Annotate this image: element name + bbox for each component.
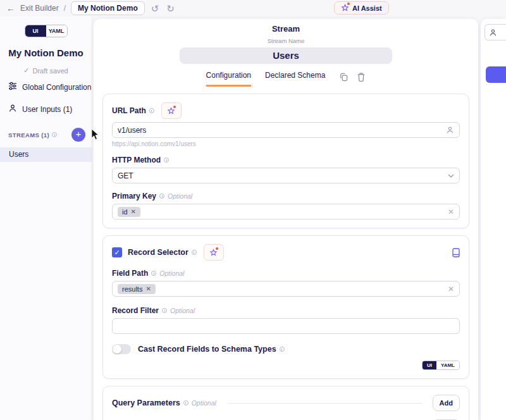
breadcrumb-separator: / xyxy=(64,4,66,13)
project-name-input[interactable]: My Notion Demo xyxy=(71,1,145,15)
optional-note: Optional xyxy=(170,307,195,314)
user-variable-icon[interactable] xyxy=(446,126,454,134)
ai-assist-button[interactable]: AI Assist xyxy=(334,1,389,15)
stream-name-input[interactable]: Users xyxy=(180,47,392,64)
card-ui-yaml-toggle[interactable]: UI YAML xyxy=(422,361,460,370)
requester-card: URL Path v1/users https://api.notion.com… xyxy=(102,94,469,228)
tab-declared-schema[interactable]: Declared Schema xyxy=(265,71,325,87)
tag-chip: results ✕ xyxy=(118,284,156,294)
back-arrow-icon[interactable]: ← xyxy=(6,3,15,13)
primary-key-label-row: Primary Key Optional xyxy=(112,192,460,201)
ui-toggle-option[interactable]: UI xyxy=(423,361,436,369)
undo-icon[interactable]: ↺ xyxy=(150,4,161,13)
add-stream-button[interactable]: + xyxy=(71,128,85,142)
draft-status: ✓ Draft saved xyxy=(0,66,92,75)
streams-header-row: STREAMS (1) + xyxy=(0,128,92,142)
sliders-icon xyxy=(8,82,17,92)
optional-note: Optional xyxy=(192,399,216,407)
stream-config-panel: Stream Stream Name Users Configuration D… xyxy=(94,19,478,420)
http-method-value: GET xyxy=(118,171,448,180)
tag-chip: id ✕ xyxy=(118,207,140,217)
redo-icon[interactable]: ↻ xyxy=(165,4,176,13)
info-icon xyxy=(183,400,188,405)
url-path-value: v1/users xyxy=(118,126,446,135)
testing-values-button[interactable] xyxy=(484,24,506,40)
clear-all-icon[interactable]: ✕ xyxy=(448,207,454,216)
optional-note: Optional xyxy=(168,192,192,200)
record-filter-input[interactable] xyxy=(112,318,460,334)
cast-fields-toggle[interactable] xyxy=(112,344,131,354)
primary-key-tag-input[interactable]: id ✕ ✕ xyxy=(112,204,460,219)
add-query-parameter-button[interactable]: Add xyxy=(433,395,460,411)
tag-remove-icon[interactable]: ✕ xyxy=(145,285,151,292)
info-icon xyxy=(280,347,285,352)
info-icon xyxy=(149,108,154,113)
info-icon xyxy=(52,132,57,137)
streams-header-label: STREAMS (1) xyxy=(8,132,49,139)
request-options-card: Query Parameters Optional Add Request He… xyxy=(102,386,469,420)
top-bar: ← Exit Builder / My Notion Demo ↺ ↻ xyxy=(0,0,506,16)
ui-yaml-toggle[interactable]: UI YAML xyxy=(25,25,68,37)
user-icon xyxy=(8,104,17,114)
query-parameters-label: Query Parameters xyxy=(112,398,180,407)
copy-icon[interactable] xyxy=(339,72,349,82)
exit-builder-link[interactable]: Exit Builder xyxy=(20,4,59,13)
url-path-label: URL Path xyxy=(112,106,146,115)
stream-header: Stream Stream Name Users xyxy=(94,19,478,64)
sidebar-item-label: User Inputs (1) xyxy=(22,105,72,114)
trash-icon[interactable] xyxy=(357,72,366,82)
cast-fields-label: Cast Record Fields to Schema Types xyxy=(138,345,276,354)
record-filter-label-row: Record Filter Optional xyxy=(112,306,460,315)
record-selector-checkbox[interactable]: ✓ xyxy=(112,247,122,257)
ai-suggest-button[interactable] xyxy=(161,102,182,119)
http-method-select[interactable]: GET xyxy=(112,168,460,183)
info-icon xyxy=(151,271,156,276)
tab-configuration[interactable]: Configuration xyxy=(206,71,251,87)
tag-remove-icon[interactable]: ✕ xyxy=(131,208,136,215)
record-selector-card: ✓ Record Selector Field Path Optional xyxy=(102,235,469,379)
sidebar-stream-item-users[interactable]: Users xyxy=(0,147,92,162)
http-method-label-row: HTTP Method xyxy=(112,156,460,164)
ui-toggle-option[interactable]: UI xyxy=(25,25,46,37)
record-selector-title: Record Selector xyxy=(128,248,188,257)
record-filter-label: Record Filter xyxy=(112,306,159,315)
stream-name-label: Stream Name xyxy=(94,37,478,44)
test-stream-button[interactable] xyxy=(486,66,506,83)
yaml-toggle-option[interactable]: YAML xyxy=(46,25,67,37)
docs-icon[interactable] xyxy=(452,248,460,257)
url-path-label-row: URL Path xyxy=(112,102,460,119)
sparkle-star-icon xyxy=(209,249,218,257)
tag-label: results xyxy=(122,285,142,293)
info-icon xyxy=(164,158,169,163)
sparkle-star-icon xyxy=(167,107,175,115)
tag-label: id xyxy=(122,208,128,216)
field-path-tag-input[interactable]: results ✕ ✕ xyxy=(112,281,460,297)
info-icon xyxy=(159,194,164,199)
connector-title: My Notion Demo xyxy=(0,47,92,58)
url-preview-text: https://api.notion.comv1/users xyxy=(112,140,460,147)
builder-sidebar: UI YAML My Notion Demo ✓ Draft saved Glo… xyxy=(0,16,92,420)
sidebar-item-global-configuration[interactable]: Global Configuration xyxy=(0,77,92,97)
optional-note: Optional xyxy=(159,269,184,277)
info-icon xyxy=(192,250,197,255)
stream-tabs: Configuration Declared Schema xyxy=(94,71,478,87)
record-selector-header: ✓ Record Selector xyxy=(112,244,460,261)
primary-key-label: Primary Key xyxy=(112,192,156,201)
sparkle-star-icon xyxy=(341,4,349,12)
ai-suggest-button[interactable] xyxy=(204,244,224,261)
ai-assist-label: AI Assist xyxy=(352,4,382,12)
stream-panel-title: Stream xyxy=(94,24,478,34)
chevron-down-icon xyxy=(448,174,454,178)
cast-fields-row: Cast Record Fields to Schema Types xyxy=(112,344,460,354)
sidebar-item-user-inputs[interactable]: User Inputs (1) xyxy=(0,99,92,119)
field-path-label: Field Path xyxy=(112,269,148,278)
yaml-toggle-option[interactable]: YAML xyxy=(436,361,459,369)
query-parameters-row: Query Parameters Optional Add xyxy=(112,395,460,411)
divider xyxy=(227,403,422,404)
clear-all-icon[interactable]: ✕ xyxy=(448,285,454,293)
user-icon xyxy=(489,28,497,37)
testing-panel xyxy=(481,19,506,420)
info-icon xyxy=(162,308,167,313)
sidebar-item-label: Global Configuration xyxy=(22,83,91,92)
url-path-input[interactable]: v1/users xyxy=(112,122,460,138)
